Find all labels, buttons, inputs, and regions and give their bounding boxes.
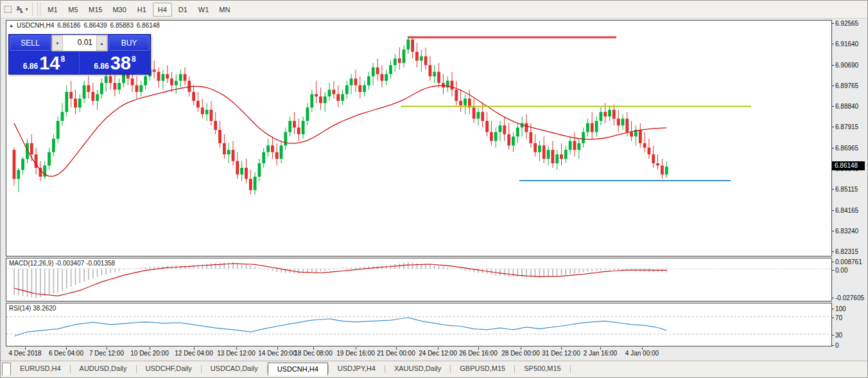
rsi-axis-label: 30 [835,332,842,339]
timeframe-button-m1[interactable]: M1 [43,3,62,17]
axis-tick-mark [831,210,834,211]
sell-price-display[interactable]: 6.86 14 8 [9,51,80,74]
chart-tab-sp500[interactable]: SP500,M15 [515,363,569,375]
axis-tick-mark [831,65,834,66]
axis-tick-mark [831,86,834,86]
chart-tab-usdchf[interactable]: USDCHF,Daily [137,363,201,375]
bar-high-value: 6.86439 [83,22,107,29]
buy-price-pip: 8 [132,55,136,64]
volume-control: ▼ 0.01 ▲ [51,35,108,51]
rsi-indicator-panel[interactable]: RSI(14) 38.2620 [6,303,832,346]
axis-tick-mark [831,309,834,309]
axis-tick-mark [831,231,834,231]
tab-bar-stub[interactable] [2,363,11,375]
axis-tick-mark [831,148,834,148]
toolbar-separator [32,3,33,16]
time-axis-label: 19 Dec 16:00 [336,350,375,357]
sell-price-big: 14 [39,54,60,73]
macd-axis-label: 0.00 [835,267,847,274]
chart-tab-usdjpy[interactable]: USDJPY,H4 [329,363,385,375]
axis-tick-mark [831,189,834,190]
time-axis-label: 13 Dec 12:00 [217,350,256,357]
bar-open-value: 6.86186 [57,22,80,29]
rsi-label: RSI(14) 38.2620 [9,305,56,312]
chart-tab-eurusd[interactable]: EURUSD,H4 [11,363,70,375]
time-axis-label: 4 Jan 00:00 [625,350,659,357]
timeframe-button-m30[interactable]: M30 [108,3,130,17]
buy-price-display[interactable]: 6.86 38 8 [80,51,150,74]
rsi-axis-label: 70 [835,314,842,321]
time-axis-label: 18 Dec 08:00 [294,350,333,357]
time-axis-label: 6 Dec 04:00 [49,350,83,357]
chart-tab-usdcnh[interactable]: USDCNH,H4 [268,363,328,375]
current-price-tag: 6.86148 [832,161,865,170]
time-axis-label: 28 Dec 00:00 [501,350,540,357]
buy-button[interactable]: BUY [108,35,150,51]
selection-tool-icon[interactable] [1,3,15,17]
chart-tab-gbpusd[interactable]: GBPUSD,M15 [451,363,514,375]
timeframe-button-w1[interactable]: W1 [194,3,214,17]
macd-indicator-panel[interactable]: MACD(12,26,9) -0.003407 -0.001358 [6,258,832,302]
bar-close-value: 6.86148 [137,22,160,29]
price-axis-label: 6.86965 [835,145,858,152]
axis-tick-mark [831,127,834,127]
timeframe-button-m5[interactable]: M5 [64,3,83,17]
volume-increase-button[interactable]: ▲ [96,35,107,51]
axis-tick-mark [831,298,834,298]
axis-tick-mark [831,270,834,271]
axis-tick-mark [831,345,834,346]
buy-price-base: 6.86 [94,62,108,71]
axis-tick-mark [831,262,834,262]
macd-axis-label: -0.027605 [835,294,864,302]
timeframe-button-m15[interactable]: M15 [84,3,107,17]
axis-tick-mark [831,23,834,24]
chevron-down-icon[interactable]: ▾ [25,6,28,12]
timeframe-button-h4[interactable]: H4 [153,3,172,17]
price-axis-label: 6.84165 [835,207,858,214]
toolbar-grip[interactable] [37,3,40,16]
chart-tab-xauusd[interactable]: XAUUSD,Daily [385,363,450,375]
price-axis-label: 6.89765 [835,82,858,89]
rsi-axis-label: 100 [835,305,846,312]
chart-collapse-icon[interactable]: ▲ [9,23,13,28]
time-axis-label: 24 Dec 12:00 [419,350,457,357]
time-axis-label: 4 Dec 2018 [8,350,41,357]
time-axis[interactable]: 4 Dec 20186 Dec 04:007 Dec 12:0010 Dec 2… [6,348,832,359]
time-axis-label: 14 Dec 20:00 [258,350,297,357]
price-axis-label: 6.85115 [835,186,858,193]
sell-price-base: 6.86 [23,62,38,71]
time-axis-label: 10 Dec 20:00 [130,350,169,357]
rsi-axis-label: 0 [835,342,839,349]
buy-price-big: 38 [110,54,131,73]
sell-price-pip: 8 [60,55,65,64]
chart-symbol-label: USDCNH,H4 [17,22,54,29]
timeframe-button-mn[interactable]: MN [214,3,234,17]
time-axis-label: 31 Dec 12:00 [542,350,580,357]
bar-low-value: 6.85883 [110,22,134,29]
time-axis-label: 2 Jan 16:00 [584,350,617,357]
axis-tick-mark [831,44,834,44]
axis-tick-mark [831,318,834,318]
price-axis-label: 6.91640 [835,40,858,48]
volume-input[interactable]: 0.01 [63,35,96,51]
tile-windows-icon[interactable]: ▾ [15,3,29,17]
one-click-trading-panel: SELL ▼ 0.01 ▲ BUY 6.86 14 8 6.86 38 8 [8,34,151,75]
time-axis-label: 26 Dec 16:00 [459,350,498,357]
chart-tab-usdcad[interactable]: USDCAD,Daily [202,363,267,375]
axis-tick-mark [831,251,834,252]
rsi-chart[interactable] [6,303,831,346]
axis-tick-mark [831,335,834,336]
volume-decrease-button[interactable]: ▼ [52,35,63,51]
tab-separator [570,365,571,373]
price-axis-label: 6.90690 [835,62,858,69]
time-axis-label: 12 Dec 04:00 [175,350,213,357]
timeframe-button-h1[interactable]: H1 [132,3,152,17]
price-axis-label: 6.82315 [835,248,858,255]
macd-chart[interactable] [6,258,831,301]
macd-label: MACD(12,26,9) -0.003407 -0.001358 [9,260,115,267]
sell-button[interactable]: SELL [10,35,51,51]
chart-tab-audusd[interactable]: AUDUSD,Daily [71,363,136,375]
price-axis[interactable]: 6.925656.916406.906906.897656.888406.879… [833,20,865,359]
trading-terminal-window: ▾ M1M5M15M30H1H4D1W1MN ▲ USDCNH,H4 6.861… [0,0,868,378]
timeframe-button-d1[interactable]: D1 [173,3,193,17]
